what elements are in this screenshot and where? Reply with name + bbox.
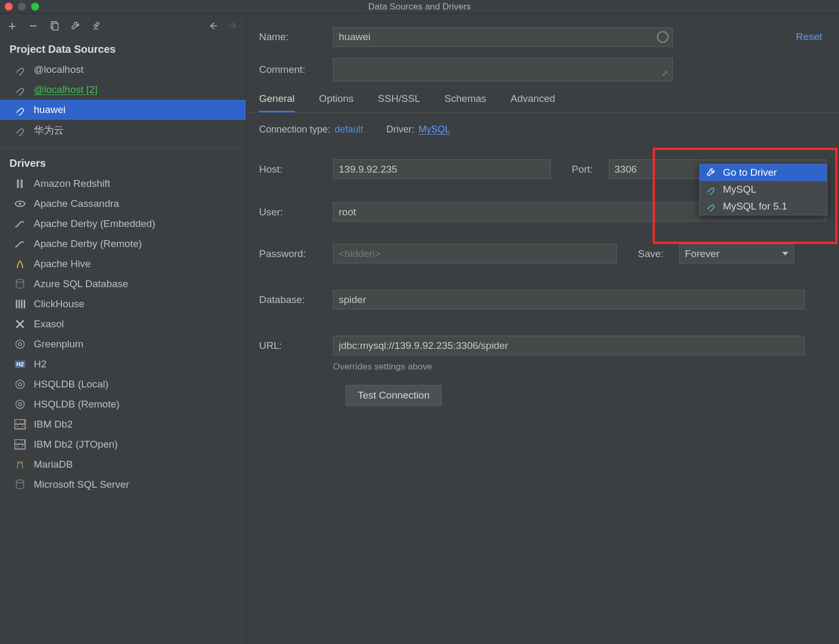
menu-item-go-to-driver[interactable]: Go to Driver	[700, 164, 827, 181]
window-titlebar: Data Sources and Drivers	[0, 0, 839, 14]
test-connection-button[interactable]: Test Connection	[346, 385, 442, 406]
driver-item[interactable]: Exasol	[0, 314, 246, 334]
save-value: Forever	[685, 248, 719, 260]
tab-general[interactable]: General	[259, 93, 295, 112]
menu-item-label: MySQL	[723, 184, 756, 195]
copy-icon[interactable]	[47, 19, 61, 33]
driver-label: H2	[34, 358, 46, 370]
user-label: User:	[259, 206, 333, 218]
driver-label: HSQLDB (Remote)	[34, 399, 120, 410]
driver-item[interactable]: Apache Hive	[0, 254, 246, 274]
tab-bar: General Options SSH/SSL Schemas Advanced	[246, 81, 839, 112]
driver-item[interactable]: ClickHouse	[0, 294, 246, 314]
password-label: Password:	[259, 248, 333, 260]
driver-item[interactable]: HSQLDB (Remote)	[0, 394, 246, 414]
svg-point-6	[16, 279, 24, 282]
database-row: Database:	[246, 285, 839, 315]
add-icon[interactable]	[5, 19, 19, 33]
plug-icon	[14, 63, 26, 76]
driver-label: ClickHouse	[34, 298, 84, 310]
driver-item[interactable]: MariaDB	[0, 454, 246, 475]
data-source-item[interactable]: 华为云	[0, 120, 246, 141]
driver-label: Microsoft SQL Server	[34, 479, 129, 490]
driver-item[interactable]: HSQLDB (Local)	[0, 374, 246, 394]
menu-item-label: MySQL for 5.1	[723, 201, 787, 212]
name-input[interactable]	[333, 27, 673, 47]
comment-label: Comment:	[259, 64, 333, 75]
driver-item[interactable]: IBMDB2IBM Db2 (JTOpen)	[0, 434, 246, 454]
driver-icon	[14, 378, 26, 391]
database-input[interactable]	[333, 290, 805, 309]
data-source-item[interactable]: @localhost [2]	[0, 80, 246, 100]
driver-icon	[14, 278, 26, 290]
port-label: Port:	[572, 164, 609, 175]
driver-item[interactable]: IBMDB2IBM Db2	[0, 414, 246, 434]
data-source-item[interactable]: @localhost	[0, 60, 246, 80]
svg-point-13	[16, 380, 24, 389]
driver-item[interactable]: Apache Cassandra	[0, 194, 246, 214]
password-input[interactable]	[333, 244, 617, 263]
driver-item[interactable]: Apache Derby (Remote)	[0, 234, 246, 254]
driver-label: Greenplum	[34, 338, 83, 350]
sidebar-heading-sources: Project Data Sources	[0, 38, 246, 60]
tab-options[interactable]: Options	[319, 93, 354, 112]
nav-forward-icon	[227, 19, 241, 33]
driver-item[interactable]: Azure SQL Database	[0, 274, 246, 294]
color-picker-icon[interactable]	[657, 31, 669, 43]
svg-rect-7	[16, 300, 17, 308]
driver-item[interactable]: Microsoft SQL Server	[0, 475, 246, 495]
connection-type-row: Connection type: default Driver: MySQL	[246, 112, 839, 138]
svg-rect-3	[21, 179, 23, 188]
nav-back-icon[interactable]	[206, 19, 220, 33]
chevron-down-icon	[782, 252, 788, 255]
svg-point-14	[18, 383, 22, 386]
driver-icon	[14, 197, 26, 210]
sidebar-heading-drivers: Drivers	[0, 152, 246, 174]
svg-point-12	[18, 343, 22, 346]
tab-ssh-ssl[interactable]: SSH/SSL	[378, 93, 420, 112]
svg-rect-2	[17, 179, 19, 188]
driver-item[interactable]: Amazon Redshift	[0, 174, 246, 194]
driver-icon	[14, 217, 26, 230]
tab-schemas[interactable]: Schemas	[444, 93, 486, 112]
host-input[interactable]	[333, 159, 551, 179]
driver-item[interactable]: Apache Derby (Embedded)	[0, 214, 246, 234]
driver-label: Driver:	[386, 124, 414, 135]
driver-icon	[14, 338, 26, 351]
reset-link[interactable]: Reset	[796, 31, 822, 43]
data-source-label: huawei	[34, 104, 65, 116]
connection-type-link[interactable]: default	[335, 124, 363, 135]
driver-item[interactable]: Greenplum	[0, 334, 246, 354]
sidebar-toolbar	[0, 14, 246, 38]
driver-icon	[14, 478, 26, 491]
wrench-icon[interactable]	[69, 19, 82, 33]
menu-item-driver[interactable]: MySQL for 5.1	[700, 198, 827, 215]
driver-icon: IBMDB2	[14, 418, 26, 431]
connection-type-label: Connection type:	[259, 124, 330, 135]
remove-icon[interactable]	[26, 19, 40, 33]
menu-item-driver[interactable]: MySQL	[700, 181, 827, 198]
driver-icon	[14, 458, 26, 471]
save-select[interactable]: Forever	[679, 244, 794, 263]
wrench-icon	[705, 167, 717, 178]
url-input[interactable]	[333, 336, 805, 355]
data-source-label: @localhost [2]	[34, 84, 98, 96]
comment-input[interactable]	[333, 58, 673, 81]
driver-label: HSQLDB (Local)	[34, 378, 109, 390]
url-hint: Overrides settings above	[246, 361, 839, 380]
svg-point-15	[16, 400, 24, 409]
plug-icon	[705, 184, 717, 195]
driver-link[interactable]: MySQL	[418, 124, 450, 135]
driver-icon	[14, 298, 26, 310]
sidebar: Project Data Sources @localhost @localho…	[0, 14, 246, 644]
url-label: URL:	[259, 340, 333, 352]
driver-label: Azure SQL Database	[34, 278, 128, 290]
svg-point-11	[16, 340, 24, 348]
expand-icon[interactable]: ⤢	[662, 69, 669, 78]
tab-advanced[interactable]: Advanced	[511, 93, 556, 112]
plug-icon	[705, 201, 717, 212]
data-source-item-selected[interactable]: huawei	[0, 100, 246, 120]
import-icon[interactable]	[90, 19, 103, 33]
data-source-label: 华为云	[34, 124, 64, 137]
driver-item[interactable]: H2H2	[0, 354, 246, 374]
